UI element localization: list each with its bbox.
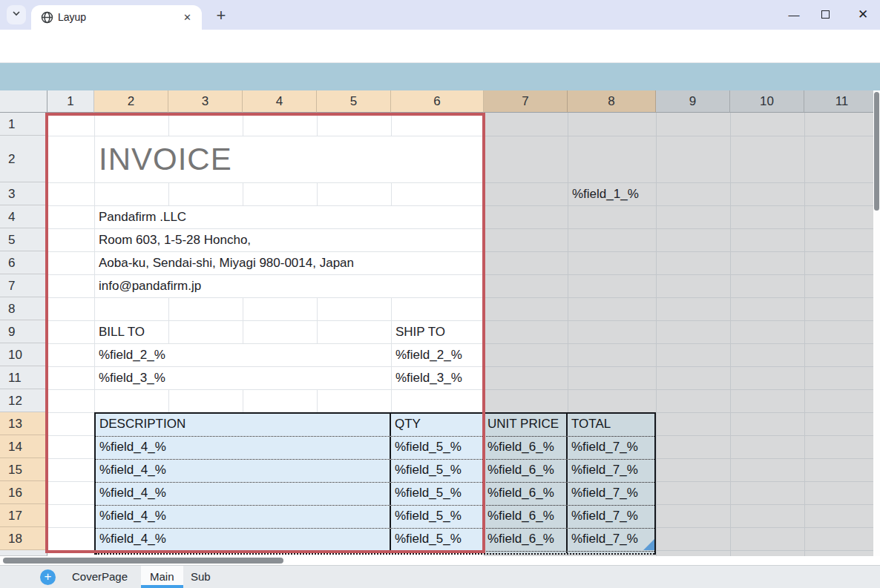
row-header-15[interactable]: 15: [0, 458, 47, 481]
cell-description[interactable]: %field_4_%: [96, 437, 391, 459]
row-header-2[interactable]: 2: [0, 136, 47, 182]
cell-ship-field-2[interactable]: %field_2_%: [395, 343, 462, 366]
cell-qty[interactable]: %field_5_%: [391, 483, 484, 505]
table-header-description[interactable]: DESCRIPTION: [96, 414, 391, 436]
browser-tab-layup[interactable]: Layup ✕: [31, 5, 202, 30]
column-header-5[interactable]: 5: [317, 90, 391, 113]
column-header-1[interactable]: 1: [47, 90, 94, 113]
row-header-14[interactable]: 14: [0, 435, 47, 458]
vertical-scrollbar-thumb[interactable]: [874, 92, 879, 211]
row-header-7[interactable]: 7: [0, 274, 47, 297]
cell-bill-to[interactable]: BILL TO: [99, 320, 145, 343]
gridline-v: [168, 113, 169, 136]
row-header-6[interactable]: 6: [0, 251, 47, 274]
cell-total[interactable]: %field_7_%: [568, 529, 654, 551]
row-header-8[interactable]: 8: [0, 297, 47, 320]
row-header-16[interactable]: 16: [0, 481, 47, 504]
row-header-9[interactable]: 9: [0, 320, 47, 343]
row-header-17[interactable]: 17: [0, 504, 47, 527]
cell-qty[interactable]: %field_5_%: [391, 460, 484, 482]
cell-description[interactable]: %field_4_%: [96, 483, 391, 505]
cell-total[interactable]: %field_7_%: [568, 506, 654, 528]
table-header-total[interactable]: TOTAL: [568, 414, 654, 436]
row-header-1[interactable]: 1: [0, 113, 47, 136]
cell-unit-price[interactable]: %field_6_%: [484, 529, 568, 551]
cell-field-1[interactable]: %field_1_%: [572, 182, 639, 205]
gridline-v: [243, 182, 243, 205]
column-header-8[interactable]: 8: [568, 90, 656, 113]
cell-description[interactable]: %field_4_%: [96, 529, 391, 551]
browser-address-bar: ← → ⟳ ⌂ layup.pandafirm.jp G あ ☆: [0, 30, 880, 63]
row-header-3[interactable]: 3: [0, 182, 47, 205]
row-header-18[interactable]: 18: [0, 527, 47, 550]
table-header-unit-price[interactable]: UNIT PRICE: [484, 414, 568, 436]
cell-company-name[interactable]: Pandafirm .LLC: [99, 205, 186, 228]
window-close-button[interactable]: ✕: [855, 7, 871, 22]
new-tab-button[interactable]: +: [211, 6, 232, 27]
table-row: %field_4_% %field_5_% %field_6_% %field_…: [96, 460, 654, 483]
gridline-v: [730, 113, 731, 556]
row-header-4[interactable]: 4: [0, 205, 47, 228]
browser-tab-strip: Layup ✕ + — ✕: [0, 0, 880, 30]
row-header-12[interactable]: 12: [0, 389, 47, 412]
cell-unit-price[interactable]: %field_6_%: [484, 460, 568, 482]
gridline-v: [94, 113, 95, 412]
gridline-v: [168, 182, 169, 205]
selection-fill-handle[interactable]: [643, 539, 654, 550]
column-header-2[interactable]: 2: [94, 90, 168, 113]
chevron-down-icon: [12, 9, 21, 18]
horizontal-scrollbar-thumb[interactable]: [3, 558, 283, 564]
table-row: %field_4_% %field_5_% %field_6_% %field_…: [96, 483, 654, 506]
cell-qty[interactable]: %field_5_%: [391, 529, 484, 551]
row-header-10[interactable]: 10: [0, 343, 47, 366]
row-header-11[interactable]: 11: [0, 366, 47, 389]
gridline-v: [317, 297, 318, 343]
cell-bill-field-2[interactable]: %field_2_%: [99, 343, 165, 366]
table-header-qty[interactable]: QTY: [391, 414, 484, 436]
cell-total[interactable]: %field_7_%: [568, 460, 654, 482]
cell-ship-to[interactable]: SHIP TO: [395, 320, 445, 343]
sheet-tab-coverpage[interactable]: CoverPage: [72, 566, 128, 588]
cell-address-line-2[interactable]: Aoba-ku, Sendai-shi, Miyagi 980-0014, Ja…: [99, 251, 354, 274]
cell-total[interactable]: %field_7_%: [568, 483, 654, 505]
gridline-v: [391, 182, 392, 205]
grid-corner-cell[interactable]: [0, 90, 47, 113]
column-header-7[interactable]: 7: [484, 90, 568, 113]
cell-description[interactable]: %field_4_%: [96, 506, 391, 528]
gridline-v: [317, 182, 318, 205]
column-header-10[interactable]: 10: [730, 90, 804, 113]
cell-unit-price[interactable]: %field_6_%: [484, 483, 568, 505]
sheet-tab-sub[interactable]: Sub: [191, 566, 211, 588]
gridline-v: [243, 113, 243, 136]
column-header-11[interactable]: 11: [804, 90, 880, 113]
column-header-3[interactable]: 3: [168, 90, 243, 113]
cell-qty[interactable]: %field_5_%: [391, 506, 484, 528]
gridline-v: [168, 297, 169, 343]
cell-unit-price[interactable]: %field_6_%: [484, 437, 568, 459]
row-header-5[interactable]: 5: [0, 228, 47, 251]
tab-close-icon[interactable]: ✕: [180, 10, 194, 24]
cell-invoice-title[interactable]: INVOICE: [99, 136, 232, 182]
row-header-13[interactable]: 13: [0, 412, 47, 435]
cell-description[interactable]: %field_4_%: [96, 460, 391, 482]
cell-ship-field-3[interactable]: %field_3_%: [395, 366, 462, 389]
cell-address-line-1[interactable]: Room 603, 1-5-28 Honcho,: [99, 228, 251, 251]
window-minimize-button[interactable]: —: [786, 7, 802, 22]
gridline-v: [391, 297, 392, 412]
cell-bill-field-3[interactable]: %field_3_%: [99, 366, 165, 389]
column-header-4[interactable]: 4: [243, 90, 317, 113]
cell-email[interactable]: info@pandafirm.jp: [99, 274, 201, 297]
gridline-v: [317, 113, 318, 136]
gridline-v: [804, 113, 805, 556]
add-sheet-button[interactable]: +: [40, 569, 56, 585]
column-header-6[interactable]: 6: [391, 90, 484, 113]
gridline-v: [391, 113, 392, 136]
cell-qty[interactable]: %field_5_%: [391, 437, 484, 459]
cell-unit-price[interactable]: %field_6_%: [484, 506, 568, 528]
cell-total[interactable]: %field_7_%: [568, 437, 654, 459]
gridline-v: [656, 113, 657, 556]
tab-search-chevron-button[interactable]: [7, 5, 26, 24]
row-header-partial: [0, 550, 47, 556]
column-header-9[interactable]: 9: [656, 90, 730, 113]
window-maximize-button[interactable]: [821, 10, 830, 19]
